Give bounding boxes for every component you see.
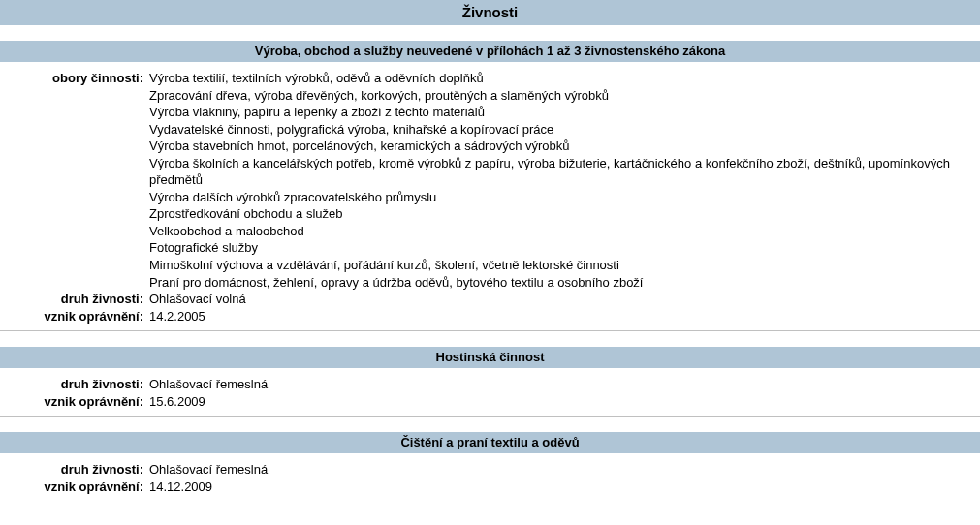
spacer xyxy=(0,417,980,432)
page-container: Živnosti Výroba, obchod a služby neuvede… xyxy=(0,0,980,501)
activity-item: Výroba dalších výrobků zpracovatelského … xyxy=(149,189,972,206)
row-vznik: vznik oprávnění: 14.12.2009 xyxy=(0,479,980,496)
section-heading: Hostinská činnost xyxy=(0,347,980,368)
label-vznik: vznik oprávnění: xyxy=(0,308,149,325)
row-vznik: vznik oprávnění: 14.2.2005 xyxy=(0,308,980,325)
value-druh: Ohlašovací řemeslná xyxy=(149,376,980,393)
label-vznik: vznik oprávnění: xyxy=(0,393,149,411)
label-druh: druh živnosti: xyxy=(0,461,149,479)
activity-item: Zprostředkování obchodu a služeb xyxy=(149,205,972,223)
value-vznik: 14.2.2005 xyxy=(149,308,980,325)
section-block: obory činnosti: Výroba textilií, textiln… xyxy=(0,62,980,331)
activities-list: Výroba textilií, textilních výrobků, odě… xyxy=(149,70,980,291)
activity-item: Výroba stavebních hmot, porcelánových, k… xyxy=(149,138,972,155)
activity-item: Výroba vlákniny, papíru a lepenky a zbož… xyxy=(149,104,972,121)
activity-item: Praní pro domácnost, žehlení, opravy a ú… xyxy=(149,274,972,292)
row-druh: druh živnosti: Ohlašovací řemeslná xyxy=(0,376,980,393)
label-obory: obory činnosti: xyxy=(0,70,149,87)
value-vznik: 14.12.2009 xyxy=(149,479,980,496)
value-druh: Ohlašovací řemeslná xyxy=(149,461,980,479)
activity-item: Výroba textilií, textilních výrobků, odě… xyxy=(149,70,972,87)
page-title: Živnosti xyxy=(0,0,980,25)
row-druh: druh živnosti: Ohlašovací řemeslná xyxy=(0,461,980,479)
activity-item: Zpracování dřeva, výroba dřevěných, kork… xyxy=(149,87,972,105)
label-druh: druh živnosti: xyxy=(0,291,149,308)
spacer xyxy=(0,25,980,41)
row-druh: druh živnosti: Ohlašovací volná xyxy=(0,291,980,308)
row-vznik: vznik oprávnění: 15.6.2009 xyxy=(0,393,980,411)
section-block: druh živnosti: Ohlašovací řemeslná vznik… xyxy=(0,368,980,417)
section-heading: Výroba, obchod a služby neuvedené v příl… xyxy=(0,41,980,62)
label-druh: druh živnosti: xyxy=(0,376,149,393)
activity-item: Vydavatelské činnosti, polygrafická výro… xyxy=(149,121,972,139)
value-druh: Ohlašovací volná xyxy=(149,291,980,308)
activity-item: Fotografické služby xyxy=(149,239,972,257)
spacer xyxy=(0,331,980,347)
activity-item: Velkoobchod a maloobchod xyxy=(149,223,972,240)
value-vznik: 15.6.2009 xyxy=(149,393,980,411)
row-activities: obory činnosti: Výroba textilií, textiln… xyxy=(0,70,980,291)
section-heading: Čištění a praní textilu a oděvů xyxy=(0,432,980,453)
activity-item: Mimoškolní výchova a vzdělávání, pořádán… xyxy=(149,257,972,274)
label-vznik: vznik oprávnění: xyxy=(0,479,149,496)
section-block: druh živnosti: Ohlašovací řemeslná vznik… xyxy=(0,453,980,501)
activity-item: Výroba školních a kancelářských potřeb, … xyxy=(149,155,972,189)
